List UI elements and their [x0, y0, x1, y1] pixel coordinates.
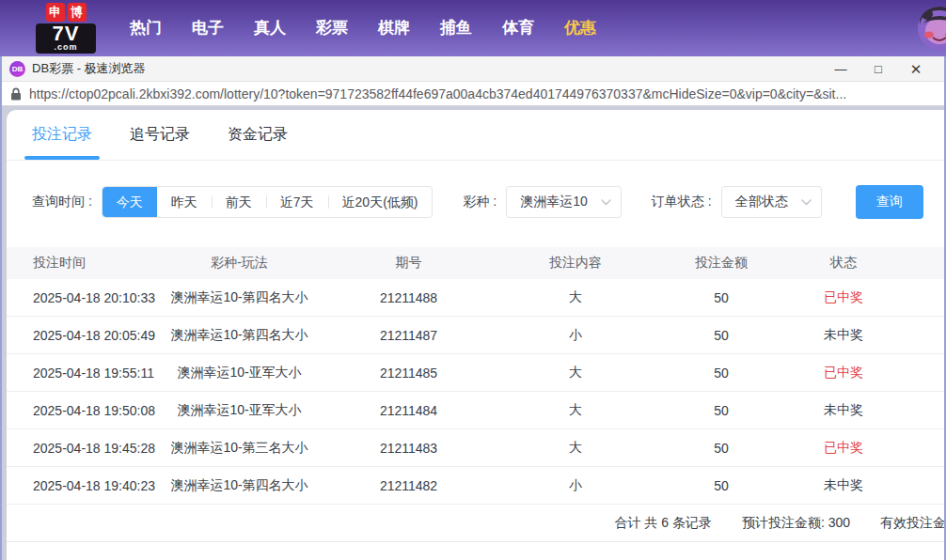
cell-game-play: 澳洲幸运10-第四名大小	[157, 289, 322, 306]
nav-item[interactable]: 优惠	[549, 0, 611, 56]
nav-item[interactable]: 热门	[115, 0, 177, 56]
cell-bet-amount: 50	[655, 441, 787, 456]
time-range-option[interactable]: 昨天	[157, 187, 212, 217]
browser-urlbar[interactable]: https://ctop02pcali.2kbxi392.com/lottery…	[2, 82, 944, 106]
cell-bet-time: 2025-04-18 19:40:23	[7, 478, 157, 493]
cell-bet-content: 大	[496, 365, 655, 381]
cell-status: 未中奖	[787, 477, 900, 494]
time-range-option[interactable]: 今天	[102, 187, 157, 217]
browser-window: DB DB彩票 - 极速浏览器 — □ ✕ https://ctop02pcal…	[0, 56, 946, 560]
nav-item[interactable]: 真人	[239, 0, 301, 56]
record-tab[interactable]: 追号记录	[130, 110, 190, 160]
record-tabs: 投注记录 追号记录 资金记录	[7, 110, 944, 161]
user-avatar[interactable]	[918, 7, 946, 50]
lottery-record-page: 投注记录 追号记录 资金记录 查询时间 : 今天 昨天 前天 近7天 近20天(…	[7, 110, 944, 560]
time-range-option[interactable]: 前天	[212, 187, 266, 217]
col-header-issue: 期号	[322, 255, 496, 272]
cell-status: 已中奖	[787, 289, 900, 306]
col-header-status: 状态	[787, 255, 900, 272]
cell-game-play: 澳洲幸运10-第四名大小	[157, 327, 322, 344]
cell-game-play: 澳洲幸运10-亚军大小	[157, 402, 322, 419]
cell-bet-time: 2025-04-18 20:10:33	[7, 290, 157, 305]
logo-badge-left: 申	[46, 3, 65, 22]
cell-bet-content: 小	[496, 477, 655, 494]
logo-badge-right: 博	[68, 3, 87, 22]
site-header: 申 博 7V .com 热门 电子 真人 彩票 棋牌 捕鱼 体育 优惠	[0, 0, 946, 56]
time-range-option[interactable]: 近20天(低频)	[328, 187, 433, 217]
table-row: 2025-04-18 20:10:33 澳洲幸运10-第四名大小 2121148…	[7, 279, 944, 317]
cell-bet-content: 小	[496, 327, 655, 344]
table-header: 投注时间 彩种-玩法 期号 投注内容 投注金额 状态	[7, 247, 944, 279]
cell-bet-amount: 50	[655, 403, 787, 418]
col-header-bet-time: 投注时间	[7, 255, 157, 272]
status-filter-label: 订单状态 :	[652, 194, 712, 210]
nav-item[interactable]: 电子	[177, 0, 239, 56]
cell-issue: 21211485	[322, 366, 496, 381]
lock-icon	[10, 87, 22, 101]
record-tab[interactable]: 投注记录	[32, 110, 92, 160]
nav-item[interactable]: 棋牌	[363, 0, 425, 56]
order-status-value: 全部状态	[735, 194, 788, 210]
cell-game-play: 澳洲幸运10-第四名大小	[157, 477, 322, 494]
window-controls: — □ ✕	[822, 56, 935, 82]
order-status-select[interactable]: 全部状态	[721, 186, 822, 218]
lottery-select[interactable]: 澳洲幸运10	[506, 186, 622, 218]
url-text: https://ctop02pcali.2kbxi392.com/lottery…	[29, 86, 846, 101]
cell-issue: 21211482	[322, 478, 496, 493]
nav-item[interactable]: 捕鱼	[425, 0, 487, 56]
table-row: 2025-04-18 19:50:08 澳洲幸运10-亚军大小 21211484…	[7, 392, 944, 429]
table-row: 2025-04-18 19:40:23 澳洲幸运10-第四名大小 2121148…	[7, 467, 944, 505]
cell-status: 未中奖	[787, 327, 900, 344]
window-title: DB彩票 - 极速浏览器	[32, 60, 146, 77]
cell-bet-amount: 50	[655, 366, 787, 381]
cell-bet-time: 2025-04-18 19:50:08	[7, 403, 157, 418]
table-row: 2025-04-18 19:55:11 澳洲幸运10-亚军大小 21211485…	[7, 354, 944, 392]
cell-bet-time: 2025-04-18 19:45:28	[7, 441, 157, 456]
site-logo[interactable]: 申 博 7V .com	[36, 3, 96, 54]
avatar-image	[918, 7, 946, 50]
cell-issue: 21211483	[322, 441, 496, 456]
cell-issue: 21211487	[322, 328, 496, 343]
col-header-game-play: 彩种-玩法	[157, 255, 322, 272]
summary-bar: 合计 共 6 条记录 预计投注金额: 300 有效投注金额:	[7, 505, 944, 542]
main-nav: 热门 电子 真人 彩票 棋牌 捕鱼 体育 优惠	[115, 0, 611, 56]
browser-titlebar: DB DB彩票 - 极速浏览器 — □ ✕	[2, 56, 944, 82]
cell-bet-time: 2025-04-18 20:05:49	[7, 328, 157, 343]
maximize-button[interactable]: □	[859, 56, 897, 82]
chevron-down-icon	[601, 199, 611, 206]
table-body: 2025-04-18 20:10:33 澳洲幸运10-第四名大小 2121148…	[7, 279, 944, 505]
nav-item[interactable]: 体育	[487, 0, 549, 56]
close-button[interactable]: ✕	[897, 56, 935, 82]
col-header-bet-content: 投注内容	[496, 255, 655, 272]
cell-bet-content: 大	[496, 289, 655, 306]
cell-issue: 21211488	[322, 290, 496, 305]
cell-status: 已中奖	[787, 440, 900, 457]
summary-expected-amount: 预计投注金额: 300	[742, 515, 850, 532]
logo-suffix-text: .com	[39, 43, 92, 51]
table-row: 2025-04-18 19:45:28 澳洲幸运10-第三名大小 2121148…	[7, 429, 944, 467]
filter-bar: 查询时间 : 今天 昨天 前天 近7天 近20天(低频) 彩种 : 澳洲幸运10	[7, 161, 944, 247]
cell-bet-amount: 50	[655, 290, 787, 305]
cell-bet-content: 大	[496, 402, 655, 419]
cell-bet-amount: 50	[655, 478, 787, 493]
time-range-group: 今天 昨天 前天 近7天 近20天(低频)	[102, 186, 434, 218]
cell-status: 未中奖	[787, 402, 900, 419]
search-button[interactable]: 查询	[856, 185, 923, 219]
time-range-option[interactable]: 近7天	[266, 187, 328, 217]
cell-bet-content: 大	[496, 440, 655, 457]
cell-bet-amount: 50	[655, 328, 787, 343]
cell-bet-time: 2025-04-18 19:55:11	[7, 366, 157, 381]
col-header-bet-amount: 投注金额	[655, 255, 787, 272]
browser-tab-icon: DB	[9, 61, 25, 77]
lottery-select-value: 澳洲幸运10	[520, 194, 588, 210]
cell-status: 已中奖	[787, 365, 900, 381]
chevron-down-icon	[801, 199, 812, 206]
time-filter-label: 查询时间 :	[32, 194, 92, 210]
nav-item[interactable]: 彩票	[301, 0, 363, 56]
minimize-button[interactable]: —	[822, 56, 859, 82]
record-tab[interactable]: 资金记录	[228, 110, 288, 160]
summary-valid-amount: 有效投注金额:	[880, 515, 944, 532]
table-row: 2025-04-18 20:05:49 澳洲幸运10-第四名大小 2121148…	[7, 317, 944, 354]
summary-total-records: 合计 共 6 条记录	[615, 515, 712, 532]
logo-main-text: 7V	[39, 24, 92, 43]
